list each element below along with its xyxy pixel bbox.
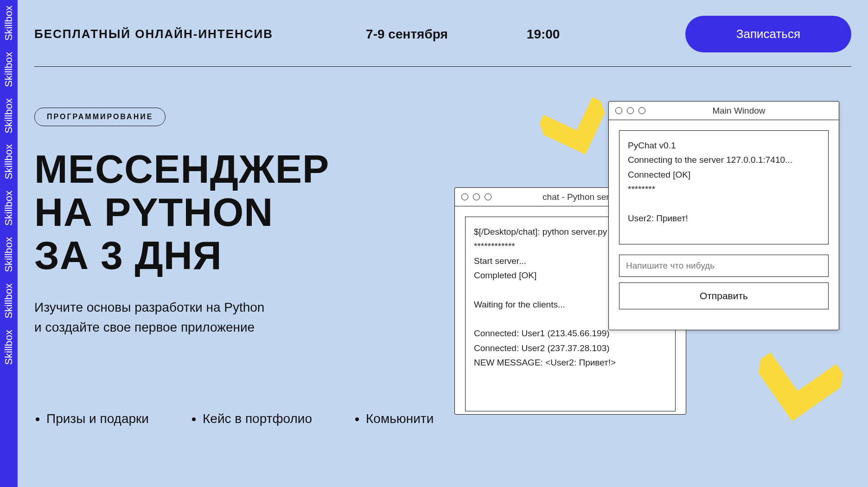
chat-line: Connecting to the server 127.0.0.1:7410.…	[628, 153, 820, 167]
chat-line: ********	[628, 182, 820, 196]
window-controls	[461, 193, 491, 200]
chat-line: Connected [OK]	[628, 167, 820, 182]
window-controls	[615, 107, 645, 114]
send-button[interactable]: Отправить	[619, 282, 829, 309]
window-dot-icon	[485, 193, 491, 200]
chevron-icon	[747, 341, 846, 452]
chat-log-body: PyChat v0.1 Connecting to the server 127…	[619, 130, 829, 244]
terminal-line: Connected: User2 (237.37.28.103)	[474, 341, 667, 355]
brand-strip: Skillbox Skillbox Skillbox Skillbox Skil…	[0, 0, 18, 487]
brand-text: Skillbox	[3, 139, 15, 185]
category-badge: ПРОГРАММИРОВАНИЕ	[34, 108, 166, 126]
chat-line: User2: Привет!	[628, 211, 820, 225]
brand-text: Skillbox	[3, 185, 15, 231]
window-dot-icon	[627, 107, 634, 114]
brand-text: Skillbox	[3, 0, 15, 46]
window-dot-icon	[638, 107, 645, 114]
window-dot-icon	[473, 193, 480, 200]
chat-line	[628, 196, 820, 211]
header-label: БЕСПЛАТНЫЙ ОНЛАЙН-ИНТЕНСИВ	[34, 27, 273, 41]
window-dot-icon	[615, 107, 622, 114]
brand-text: Skillbox	[3, 324, 15, 371]
bullet-item: Комьюнити	[366, 411, 434, 426]
window-dot-icon	[461, 193, 468, 200]
chat-line: PyChat v0.1	[628, 138, 820, 153]
brand-text: Skillbox	[3, 46, 15, 93]
brand-text: Skillbox	[3, 93, 15, 139]
bullet-item: Призы и подарки	[46, 411, 149, 426]
bullet-item: Кейс в портфолио	[203, 411, 312, 426]
bullet-list: Призы и подарки Кейс в портфолио Комьюни…	[34, 411, 851, 426]
chat-input[interactable]: Напишите что нибудь	[619, 255, 829, 277]
terminal-line: NEW MESSAGE: <User2: Привет!>	[474, 355, 667, 370]
signup-button[interactable]: Записаться	[685, 16, 851, 52]
header-date: 7-9 сентября	[366, 27, 448, 42]
brand-text: Skillbox	[3, 231, 15, 278]
header-time: 19:00	[527, 27, 560, 42]
window-title: Main Window	[645, 106, 832, 116]
brand-text: Skillbox	[3, 278, 15, 324]
page-content: БЕСПЛАТНЫЙ ОНЛАЙН-ИНТЕНСИВ 7-9 сентября …	[18, 0, 868, 487]
main-window: Main Window PyChat v0.1 Connecting to th…	[608, 101, 839, 330]
header: БЕСПЛАТНЫЙ ОНЛАЙН-ИНТЕНСИВ 7-9 сентября …	[34, 16, 851, 67]
window-titlebar: Main Window	[609, 102, 839, 120]
